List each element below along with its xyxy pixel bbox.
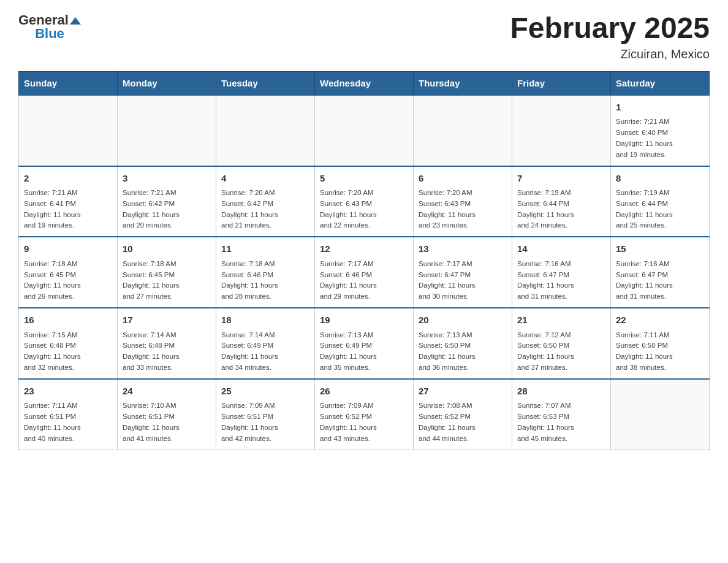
calendar-cell: [315, 95, 414, 166]
day-number: 15: [616, 242, 704, 256]
calendar-week-row: 2Sunrise: 7:21 AMSunset: 6:41 PMDaylight…: [19, 166, 710, 237]
day-info: Sunrise: 7:17 AMSunset: 6:47 PMDaylight:…: [419, 259, 507, 302]
calendar-cell: 13Sunrise: 7:17 AMSunset: 6:47 PMDayligh…: [414, 237, 512, 308]
day-info: Sunrise: 7:21 AMSunset: 6:41 PMDaylight:…: [24, 188, 112, 231]
calendar-cell: 6Sunrise: 7:20 AMSunset: 6:43 PMDaylight…: [414, 166, 512, 237]
header-wednesday: Wednesday: [315, 71, 414, 95]
calendar-cell: [512, 95, 611, 166]
calendar-cell: 2Sunrise: 7:21 AMSunset: 6:41 PMDaylight…: [19, 166, 118, 237]
day-number: 27: [419, 385, 507, 399]
day-number: 17: [123, 313, 211, 327]
day-info: Sunrise: 7:11 AMSunset: 6:50 PMDaylight:…: [616, 330, 704, 373]
calendar-cell: 8Sunrise: 7:19 AMSunset: 6:44 PMDaylight…: [611, 166, 710, 237]
day-info: Sunrise: 7:18 AMSunset: 6:45 PMDaylight:…: [24, 259, 112, 302]
day-info: Sunrise: 7:16 AMSunset: 6:47 PMDaylight:…: [616, 259, 704, 302]
calendar-cell: 11Sunrise: 7:18 AMSunset: 6:46 PMDayligh…: [216, 237, 315, 308]
calendar-cell: 3Sunrise: 7:21 AMSunset: 6:42 PMDaylight…: [118, 166, 216, 237]
day-info: Sunrise: 7:14 AMSunset: 6:48 PMDaylight:…: [123, 330, 211, 373]
day-info: Sunrise: 7:18 AMSunset: 6:46 PMDaylight:…: [221, 259, 309, 302]
calendar-cell: 7Sunrise: 7:19 AMSunset: 6:44 PMDaylight…: [512, 166, 611, 237]
day-info: Sunrise: 7:21 AMSunset: 6:40 PMDaylight:…: [616, 117, 704, 160]
day-number: 11: [221, 242, 309, 256]
calendar-cell: [611, 379, 710, 450]
day-info: Sunrise: 7:16 AMSunset: 6:47 PMDaylight:…: [517, 259, 605, 302]
calendar-cell: [118, 95, 216, 166]
calendar-cell: 18Sunrise: 7:14 AMSunset: 6:49 PMDayligh…: [216, 308, 315, 379]
day-number: 6: [419, 172, 507, 186]
title-area: February 2025 Zicuiran, Mexico: [510, 12, 710, 61]
day-info: Sunrise: 7:13 AMSunset: 6:50 PMDaylight:…: [419, 330, 507, 373]
day-info: Sunrise: 7:20 AMSunset: 6:42 PMDaylight:…: [221, 188, 309, 231]
day-number: 4: [221, 172, 309, 186]
header-tuesday: Tuesday: [216, 71, 315, 95]
day-number: 9: [24, 242, 112, 256]
calendar-cell: 15Sunrise: 7:16 AMSunset: 6:47 PMDayligh…: [611, 237, 710, 308]
day-info: Sunrise: 7:18 AMSunset: 6:45 PMDaylight:…: [123, 259, 211, 302]
header-thursday: Thursday: [414, 71, 512, 95]
day-number: 16: [24, 313, 112, 327]
calendar-cell: 12Sunrise: 7:17 AMSunset: 6:46 PMDayligh…: [315, 237, 414, 308]
day-info: Sunrise: 7:14 AMSunset: 6:49 PMDaylight:…: [221, 330, 309, 373]
day-number: 5: [320, 172, 408, 186]
calendar-cell: 25Sunrise: 7:09 AMSunset: 6:51 PMDayligh…: [216, 379, 315, 450]
calendar-cell: 23Sunrise: 7:11 AMSunset: 6:51 PMDayligh…: [19, 379, 118, 450]
calendar-cell: 14Sunrise: 7:16 AMSunset: 6:47 PMDayligh…: [512, 237, 611, 308]
day-number: 28: [517, 385, 605, 399]
calendar-cell: [216, 95, 315, 166]
day-info: Sunrise: 7:20 AMSunset: 6:43 PMDaylight:…: [320, 188, 408, 231]
calendar-table: SundayMondayTuesdayWednesdayThursdayFrid…: [18, 71, 710, 450]
day-number: 26: [320, 385, 408, 399]
day-number: 22: [616, 313, 704, 327]
calendar-cell: 16Sunrise: 7:15 AMSunset: 6:48 PMDayligh…: [19, 308, 118, 379]
calendar-cell: 24Sunrise: 7:10 AMSunset: 6:51 PMDayligh…: [118, 379, 216, 450]
calendar-cell: 26Sunrise: 7:09 AMSunset: 6:52 PMDayligh…: [315, 379, 414, 450]
calendar-header-row: SundayMondayTuesdayWednesdayThursdayFrid…: [19, 71, 710, 95]
day-info: Sunrise: 7:17 AMSunset: 6:46 PMDaylight:…: [320, 259, 408, 302]
day-number: 14: [517, 242, 605, 256]
day-number: 10: [123, 242, 211, 256]
calendar-cell: [19, 95, 118, 166]
day-info: Sunrise: 7:12 AMSunset: 6:50 PMDaylight:…: [517, 330, 605, 373]
location-title: Zicuiran, Mexico: [510, 47, 710, 61]
calendar-cell: 9Sunrise: 7:18 AMSunset: 6:45 PMDaylight…: [19, 237, 118, 308]
month-title: February 2025: [510, 12, 710, 45]
day-info: Sunrise: 7:20 AMSunset: 6:43 PMDaylight:…: [419, 188, 507, 231]
calendar-week-row: 9Sunrise: 7:18 AMSunset: 6:45 PMDaylight…: [19, 237, 710, 308]
day-number: 21: [517, 313, 605, 327]
calendar-cell: 27Sunrise: 7:08 AMSunset: 6:52 PMDayligh…: [414, 379, 512, 450]
day-number: 12: [320, 242, 408, 256]
day-info: Sunrise: 7:21 AMSunset: 6:42 PMDaylight:…: [123, 188, 211, 231]
calendar-cell: 5Sunrise: 7:20 AMSunset: 6:43 PMDaylight…: [315, 166, 414, 237]
header-sunday: Sunday: [19, 71, 118, 95]
calendar-cell: 10Sunrise: 7:18 AMSunset: 6:45 PMDayligh…: [118, 237, 216, 308]
calendar-week-row: 1Sunrise: 7:21 AMSunset: 6:40 PMDaylight…: [19, 95, 710, 166]
logo-icon: General Blue: [18, 12, 81, 42]
day-info: Sunrise: 7:19 AMSunset: 6:44 PMDaylight:…: [616, 188, 704, 231]
calendar-cell: 17Sunrise: 7:14 AMSunset: 6:48 PMDayligh…: [118, 308, 216, 379]
day-info: Sunrise: 7:09 AMSunset: 6:51 PMDaylight:…: [221, 400, 309, 444]
day-number: 24: [123, 385, 211, 399]
page-header: General Blue February 2025 Zicuiran, Mex…: [18, 12, 710, 61]
day-info: Sunrise: 7:07 AMSunset: 6:53 PMDaylight:…: [517, 400, 605, 444]
day-info: Sunrise: 7:09 AMSunset: 6:52 PMDaylight:…: [320, 400, 408, 444]
header-saturday: Saturday: [611, 71, 710, 95]
day-number: 3: [123, 172, 211, 186]
day-number: 20: [419, 313, 507, 327]
day-number: 23: [24, 385, 112, 399]
header-friday: Friday: [512, 71, 611, 95]
calendar-week-row: 16Sunrise: 7:15 AMSunset: 6:48 PMDayligh…: [19, 308, 710, 379]
day-number: 19: [320, 313, 408, 327]
day-info: Sunrise: 7:10 AMSunset: 6:51 PMDaylight:…: [123, 400, 211, 444]
logo-blue-text: Blue: [35, 26, 64, 42]
calendar-week-row: 23Sunrise: 7:11 AMSunset: 6:51 PMDayligh…: [19, 379, 710, 450]
logo: General Blue: [18, 12, 81, 42]
calendar-cell: 28Sunrise: 7:07 AMSunset: 6:53 PMDayligh…: [512, 379, 611, 450]
day-info: Sunrise: 7:08 AMSunset: 6:52 PMDaylight:…: [419, 400, 507, 444]
day-info: Sunrise: 7:11 AMSunset: 6:51 PMDaylight:…: [24, 400, 112, 444]
day-number: 25: [221, 385, 309, 399]
day-info: Sunrise: 7:15 AMSunset: 6:48 PMDaylight:…: [24, 330, 112, 373]
day-number: 2: [24, 172, 112, 186]
day-info: Sunrise: 7:19 AMSunset: 6:44 PMDaylight:…: [517, 188, 605, 231]
day-number: 18: [221, 313, 309, 327]
calendar-cell: 4Sunrise: 7:20 AMSunset: 6:42 PMDaylight…: [216, 166, 315, 237]
